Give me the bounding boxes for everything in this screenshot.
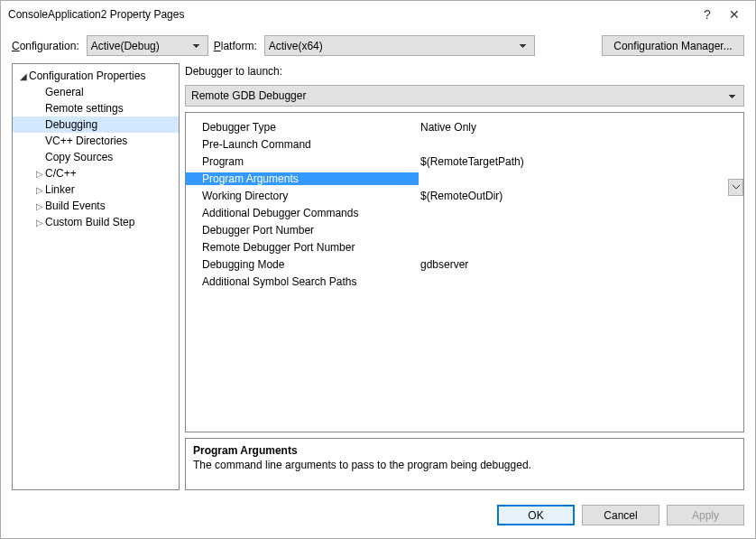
close-button[interactable]: ✕	[721, 7, 748, 22]
cancel-button[interactable]: Cancel	[582, 505, 659, 525]
property-name: Additional Symbol Search Paths	[186, 275, 419, 288]
tree-item-remote-settings[interactable]: Remote settings	[13, 100, 179, 116]
tree-item-vc-directories[interactable]: VC++ Directories	[13, 133, 179, 149]
property-row-working-directory[interactable]: Working Directory$(RemoteOutDir)	[186, 187, 743, 204]
tree-item-label: Custom Build Step	[45, 216, 134, 228]
titlebar: ConsoleApplication2 Property Pages ? ✕	[1, 1, 755, 28]
property-value[interactable]: gdbserver	[419, 258, 743, 271]
property-row-debugging-mode[interactable]: Debugging Modegdbserver	[186, 256, 743, 273]
chevron-right-icon[interactable]: ▷	[34, 218, 45, 228]
property-value[interactable]: $(RemoteOutDir)	[419, 190, 743, 202]
property-row-program[interactable]: Program$(RemoteTargetPath)	[186, 153, 743, 170]
property-row-additional-symbol-search-paths[interactable]: Additional Symbol Search Paths	[186, 273, 743, 290]
property-row-debugger-port-number[interactable]: Debugger Port Number	[186, 221, 743, 238]
property-value[interactable]: $(RemoteTargetPath)	[419, 155, 743, 168]
tree-item-linker[interactable]: ▷Linker	[13, 181, 179, 198]
property-name: Additional Debugger Commands	[186, 207, 419, 219]
description-text: The command line arguments to pass to th…	[193, 459, 736, 471]
property-name: Debugging Mode	[186, 258, 419, 271]
property-row-remote-debugger-port-number[interactable]: Remote Debugger Port Number	[186, 238, 743, 256]
tree-item-custom-build-step[interactable]: ▷Custom Build Step	[13, 214, 179, 230]
tree-item-label: Build Events	[45, 200, 106, 212]
ok-button[interactable]: OK	[497, 505, 575, 525]
chevron-right-icon[interactable]: ▷	[34, 185, 45, 195]
tree-item-label: Copy Sources	[45, 151, 113, 163]
property-row-additional-debugger-commands[interactable]: Additional Debugger Commands	[186, 204, 743, 221]
configuration-label: Configuration:	[12, 40, 79, 52]
chevron-down-icon[interactable]: ◢	[18, 71, 29, 81]
tree-item-c-c-[interactable]: ▷C/C++	[13, 165, 179, 181]
description-panel: Program Arguments The command line argum…	[185, 438, 744, 490]
tree-item-general[interactable]: General	[13, 84, 179, 100]
property-row-pre-launch-command[interactable]: Pre-Launch Command	[186, 135, 743, 153]
property-row-program-arguments[interactable]: Program Arguments	[186, 170, 743, 187]
property-name: Program Arguments	[186, 172, 419, 185]
tree-item-build-events[interactable]: ▷Build Events	[13, 198, 179, 214]
property-name: Remote Debugger Port Number	[186, 241, 419, 254]
property-name: Working Directory	[186, 190, 419, 202]
apply-button[interactable]: Apply	[667, 505, 744, 525]
debugger-to-launch-select[interactable]: Remote GDB Debugger	[185, 85, 744, 107]
debugger-to-launch-label: Debugger to launch:	[185, 65, 744, 78]
tree-item-label: Linker	[45, 183, 75, 196]
tree-item-label: Remote settings	[45, 102, 124, 115]
property-name: Debugger Port Number	[186, 224, 419, 237]
tree-item-debugging[interactable]: Debugging	[13, 116, 179, 133]
chevron-right-icon[interactable]: ▷	[34, 201, 45, 211]
property-row-debugger-type[interactable]: Debugger TypeNative Only	[186, 118, 743, 135]
tree-item-copy-sources[interactable]: Copy Sources	[13, 149, 179, 165]
description-title: Program Arguments	[193, 444, 736, 457]
property-name: Program	[186, 155, 419, 168]
configuration-manager-button[interactable]: Configuration Manager...	[602, 35, 744, 56]
window-title: ConsoleApplication2 Property Pages	[8, 8, 694, 21]
chevron-right-icon[interactable]: ▷	[34, 169, 45, 179]
configuration-select[interactable]: Active(Debug)	[87, 35, 208, 56]
property-name: Debugger Type	[186, 121, 419, 134]
platform-label: Platform:	[214, 40, 257, 52]
tree-item-label: Debugging	[45, 118, 97, 131]
property-grid[interactable]: Debugger TypeNative OnlyPre-Launch Comma…	[185, 112, 744, 432]
platform-select[interactable]: Active(x64)	[264, 35, 535, 56]
property-name: Pre-Launch Command	[186, 138, 419, 151]
help-button[interactable]: ?	[694, 7, 721, 22]
property-value[interactable]: Native Only	[419, 121, 743, 134]
config-tree[interactable]: ◢ Configuration Properties GeneralRemote…	[12, 63, 180, 490]
tree-item-label: VC++ Directories	[45, 135, 127, 147]
dialog-footer: OK Cancel Apply	[1, 497, 755, 538]
tree-item-label: C/C++	[45, 167, 77, 180]
tree-root-configuration-properties[interactable]: ◢ Configuration Properties	[13, 68, 179, 84]
tree-item-label: General	[45, 86, 84, 98]
top-bar: Configuration: Active(Debug) Platform: A…	[1, 28, 755, 63]
